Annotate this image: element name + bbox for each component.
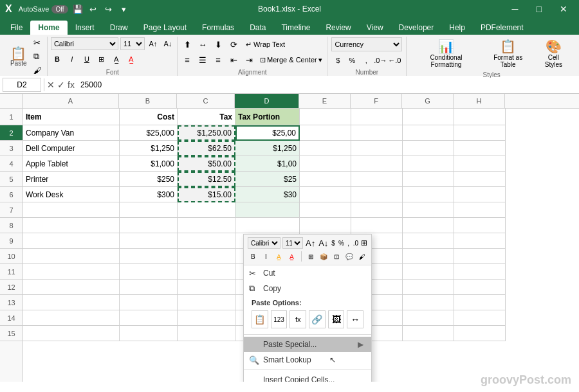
cell-styles-button[interactable]: 🎨 Cell Styles [536,37,571,70]
increase-decimal-button[interactable]: .0→ [374,54,387,67]
cell-c2[interactable]: $1,250.00 [178,125,235,141]
tab-formulas[interactable]: Formulas [194,21,242,35]
ctx-italic-btn[interactable]: I [261,251,271,262]
row-num-8[interactable]: 8 [0,218,23,233]
tab-timeline[interactable]: Timeline [273,21,318,35]
ctx-increase-font[interactable]: A↑ [305,237,316,249]
cell-h2[interactable] [454,125,506,141]
insert-function-icon[interactable]: fx [68,80,75,90]
copy-button[interactable]: ⧉ [32,50,43,63]
row-num-5[interactable]: 5 [0,172,23,187]
percent-button[interactable]: % [345,54,358,67]
cell-h11[interactable] [454,264,506,280]
cell-e2[interactable] [300,125,351,141]
cell-e1[interactable] [300,109,351,125]
formula-input[interactable] [77,78,576,92]
tab-home[interactable]: Home [30,21,67,35]
cell-f6[interactable] [351,187,403,202]
tab-draw[interactable]: Draw [102,21,136,35]
cell-c10[interactable] [178,249,235,264]
cell-e4[interactable] [300,156,351,172]
save-icon[interactable]: 💾 [72,3,84,15]
cell-f1[interactable] [351,109,403,125]
cell-h5[interactable] [454,172,506,187]
cell-a13[interactable] [23,295,120,310]
minimize-button[interactable]: ─ [506,4,525,14]
cell-a15[interactable] [23,326,120,341]
cell-d3[interactable]: $1,250 [235,141,300,156]
cell-h9[interactable] [454,233,506,249]
cell-f8[interactable] [351,218,403,233]
ctx-fill-btn[interactable]: A̲ [273,251,284,262]
context-menu-copy[interactable]: ⧉ Copy [244,281,371,296]
cell-c12[interactable] [178,280,235,295]
cell-g11[interactable] [403,264,454,280]
col-header-d[interactable]: D [235,94,299,108]
font-name-select[interactable]: Calibri [51,37,118,50]
cell-h3[interactable] [454,141,506,156]
cell-c7[interactable] [178,202,235,218]
cell-g6[interactable] [403,187,454,202]
ctx-cell-style-btn[interactable]: 📦 [318,251,329,262]
align-left-button[interactable]: ≡ [180,53,194,67]
number-format-select[interactable]: Currency [331,37,402,51]
cell-c1[interactable]: Tax [178,109,235,125]
conditional-formatting-button[interactable]: 📊 Conditional Formatting [412,37,480,70]
cell-g15[interactable] [403,326,454,341]
paste-icon-link[interactable]: 🔗 [309,310,326,328]
ctx-clear-btn[interactable]: 🖌 [356,251,367,262]
corner-cell[interactable] [0,94,23,108]
font-color-button[interactable]: A̲ [125,53,138,66]
cell-c4[interactable]: $50.00 [178,156,235,172]
cell-h15[interactable] [454,326,506,341]
comma-button[interactable]: , [360,54,372,67]
tab-pdfelement[interactable]: PDFelement [473,21,531,35]
cell-c5[interactable]: $12.50 [178,172,235,187]
row-num-3[interactable]: 3 [0,141,23,156]
autosave-toggle[interactable]: Off [51,5,68,13]
cell-g2[interactable] [403,125,454,141]
cell-f3[interactable] [351,141,403,156]
ctx-decrease-font[interactable]: A↓ [318,237,329,249]
ctx-font-select[interactable]: Calibri [248,237,280,249]
italic-button[interactable]: I [66,53,78,66]
redo-icon[interactable]: ↪ [103,3,115,15]
ctx-insert-comment[interactable]: 💬 [344,251,354,262]
cell-a12[interactable] [23,280,120,295]
cell-d2[interactable]: $25,00 [235,125,300,141]
cell-c3[interactable]: $62.50 [178,141,235,156]
tab-page-layout[interactable]: Page Layout [136,21,194,35]
tab-view[interactable]: View [359,21,391,35]
cell-d4[interactable]: $1,00 [235,156,300,172]
ctx-border-btn[interactable]: ⊞ [306,251,317,262]
cell-d7[interactable] [235,202,300,218]
cell-c6[interactable]: $15.00 [178,187,235,202]
cell-g1[interactable] [403,109,454,125]
fill-color-button[interactable]: A̲ [110,53,123,66]
cell-f5[interactable] [351,172,403,187]
cell-g4[interactable] [403,156,454,172]
tab-data[interactable]: Data [242,21,273,35]
wrap-text-button[interactable]: ↵ Wrap Text [242,39,289,51]
cell-a3[interactable]: Dell Computer [23,141,120,156]
col-header-h[interactable]: H [454,94,505,108]
paste-icon-formula[interactable]: fx [290,310,306,328]
cell-d8[interactable] [235,218,300,233]
align-right-button[interactable]: ≡ [211,53,225,67]
cell-a2[interactable]: Company Van [23,125,120,141]
align-bottom-button[interactable]: ⬇ [211,37,225,51]
orientation-button[interactable]: ⟳ [226,37,241,51]
cell-b5[interactable]: $250 [120,172,178,187]
col-header-a[interactable]: A [23,94,119,108]
cell-a7[interactable] [23,202,120,218]
cell-g12[interactable] [403,280,454,295]
cell-b1[interactable]: Cost [120,109,178,125]
row-num-12[interactable]: 12 [0,280,23,295]
col-header-f[interactable]: F [351,94,402,108]
cell-g5[interactable] [403,172,454,187]
cell-a11[interactable] [23,264,120,280]
cell-a1[interactable]: Item [23,109,120,125]
cell-g8[interactable] [403,218,454,233]
cell-a5[interactable]: Printer [23,172,120,187]
border-button[interactable]: ⊞ [95,53,108,66]
